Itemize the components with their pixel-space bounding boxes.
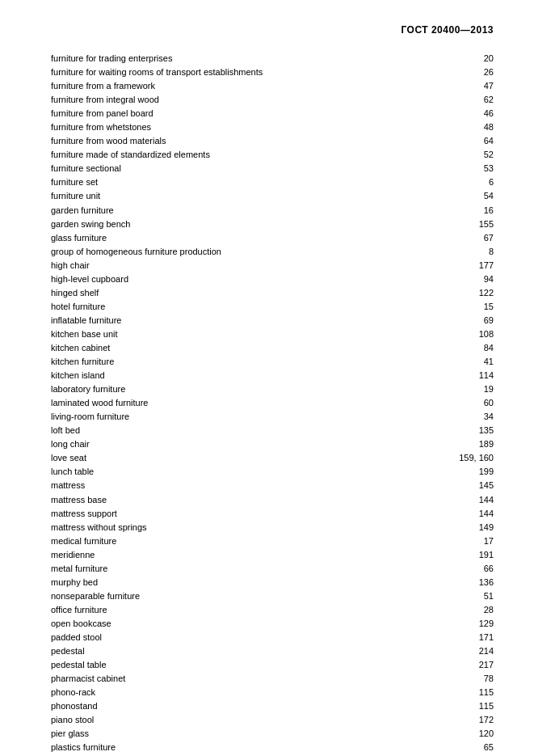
table-row: pаdded stool171 — [51, 631, 494, 644]
term-label: furniture set — [51, 175, 445, 189]
term-number: 54 — [445, 189, 494, 203]
term-label: garden furniture — [51, 204, 445, 218]
term-number: 136 — [445, 576, 494, 589]
term-label: loft bed — [51, 424, 445, 437]
term-number: 177 — [445, 259, 494, 272]
term-label: mattress without springs — [51, 521, 445, 534]
table-row: kitchen cabinet84 — [51, 341, 494, 355]
term-label: kitchen base unit — [51, 327, 445, 341]
term-label: nonseparable furniture — [51, 589, 445, 603]
term-label: mattress — [51, 479, 445, 492]
term-label: pier glass — [51, 727, 445, 741]
table-row: garden furniture16 — [51, 204, 494, 218]
table-row: metal furniture66 — [51, 562, 494, 576]
table-row: hinged shelf122 — [51, 286, 494, 300]
term-label: garden swing bench — [51, 218, 445, 231]
table-row: kitchen island114 — [51, 369, 494, 382]
table-row: love seat159, 160 — [51, 451, 494, 465]
table-row: furniture from wood materials64 — [51, 134, 494, 148]
table-row: murphy bed136 — [51, 576, 494, 589]
term-number: 66 — [445, 562, 494, 576]
table-row: laboratory furniture19 — [51, 382, 494, 396]
term-label: high chair — [51, 259, 445, 272]
table-row: furniture for trading enterprises20 — [51, 52, 494, 65]
term-number: 189 — [445, 437, 494, 451]
term-number: 129 — [445, 617, 494, 631]
term-number: 155 — [445, 218, 494, 231]
table-row: office furniture28 — [51, 603, 494, 617]
term-number: 26 — [445, 65, 494, 79]
term-number: 8 — [445, 245, 494, 259]
term-label: furniture sectional — [51, 162, 445, 175]
term-number: 20 — [445, 52, 494, 65]
term-label: laboratory furniture — [51, 382, 445, 396]
term-label: piano stool — [51, 713, 445, 727]
term-number: 114 — [445, 369, 494, 382]
term-label: glass furniture — [51, 231, 445, 245]
term-number: 51 — [445, 589, 494, 603]
term-label: open bookcase — [51, 617, 445, 631]
term-label: furniture made of standardized elements — [51, 148, 445, 162]
table-row: high-level cupboard94 — [51, 272, 494, 286]
term-number: 84 — [445, 341, 494, 355]
table-row: high chair177 — [51, 259, 494, 272]
table-row: open bookcase129 — [51, 617, 494, 631]
term-number: 64 — [445, 134, 494, 148]
term-number: 67 — [445, 231, 494, 245]
term-label: metal furniture — [51, 562, 445, 576]
term-label: pharmacist cabinet — [51, 672, 445, 686]
term-label: inflatable furniture — [51, 314, 445, 327]
table-row: long chair189 — [51, 437, 494, 451]
table-row: mattress145 — [51, 479, 494, 492]
term-label: plastics furniture — [51, 741, 445, 754]
term-number: 217 — [445, 658, 494, 672]
table-row: phonostand115 — [51, 699, 494, 713]
term-label: furniture for trading enterprises — [51, 52, 445, 65]
table-row: furniture set6 — [51, 175, 494, 189]
term-number: 149 — [445, 521, 494, 534]
table-row: inflatable furniture69 — [51, 314, 494, 327]
term-number: 48 — [445, 120, 494, 134]
table-row: furniture unit54 — [51, 189, 494, 203]
table-row: pier glass120 — [51, 727, 494, 741]
table-row: furniture from integral wood62 — [51, 93, 494, 107]
term-number: 34 — [445, 410, 494, 424]
term-label: furniture from wood materials — [51, 134, 445, 148]
table-row: pedestal214 — [51, 644, 494, 658]
term-number: 135 — [445, 424, 494, 437]
table-row: loft bed135 — [51, 424, 494, 437]
table-row: mattress support144 — [51, 507, 494, 521]
term-number: 69 — [445, 314, 494, 327]
table-row: mattress without springs149 — [51, 521, 494, 534]
term-number: 60 — [445, 396, 494, 410]
term-number: 122 — [445, 286, 494, 300]
term-number: 108 — [445, 327, 494, 341]
term-label: murphy bed — [51, 576, 445, 589]
table-row: meridienne191 — [51, 548, 494, 562]
term-number: 145 — [445, 479, 494, 492]
term-label: furniture unit — [51, 189, 445, 203]
term-number: 65 — [445, 741, 494, 754]
table-row: living-room furniture34 — [51, 410, 494, 424]
table-row: group of homogeneous furniture productio… — [51, 245, 494, 259]
term-label: pаdded stool — [51, 631, 445, 644]
term-number: 94 — [445, 272, 494, 286]
term-number: 6 — [445, 175, 494, 189]
table-row: kitchen base unit108 — [51, 327, 494, 341]
term-number: 115 — [445, 699, 494, 713]
term-number: 78 — [445, 672, 494, 686]
table-row: furniture from a framework47 — [51, 79, 494, 93]
term-label: furniture from whetstones — [51, 120, 445, 134]
table-row: garden swing bench155 — [51, 218, 494, 231]
term-label: furniture from panel board — [51, 107, 445, 120]
term-label: kitchen furniture — [51, 355, 445, 369]
term-label: meridienne — [51, 548, 445, 562]
term-number: 52 — [445, 148, 494, 162]
term-number: 171 — [445, 631, 494, 644]
term-label: phono-rack — [51, 686, 445, 699]
term-label: laminated wood furniture — [51, 396, 445, 410]
table-row: plastics furniture65 — [51, 741, 494, 754]
term-label: medical furniture — [51, 534, 445, 548]
term-label: furniture from a framework — [51, 79, 445, 93]
term-number: 53 — [445, 162, 494, 175]
